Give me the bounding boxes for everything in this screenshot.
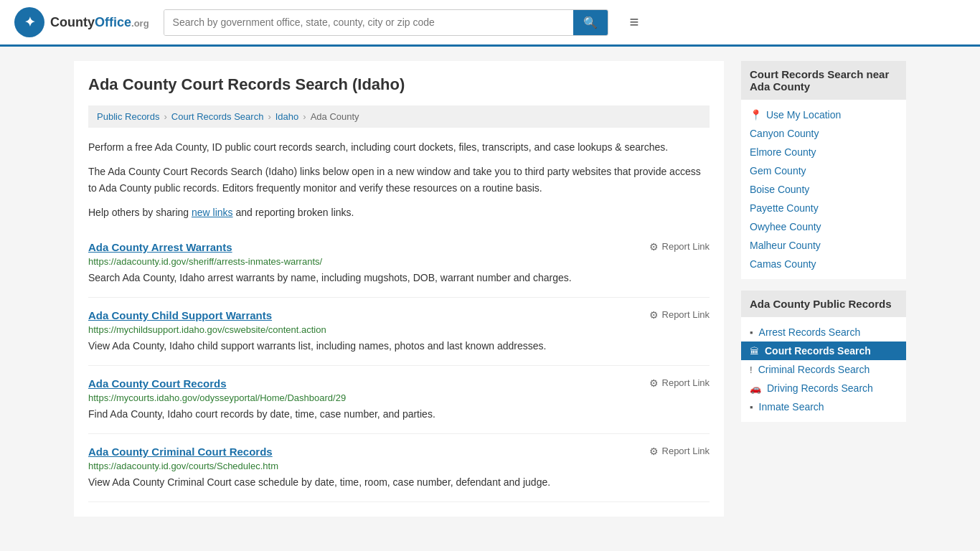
public-records-section: Ada County Public Records ▪ Arrest Recor… <box>741 291 906 422</box>
nearby-section-title: Court Records Search near Ada County <box>741 61 906 100</box>
menu-button[interactable]: ≡ <box>630 13 639 32</box>
sidebar-county-item[interactable]: Gem County <box>741 161 906 180</box>
sidebar-county-item[interactable]: Boise County <box>741 180 906 199</box>
arrest-icon: ▪ <box>750 327 753 338</box>
sidebar-county-link[interactable]: Malheur County <box>750 240 821 251</box>
breadcrumb: Public Records › Court Records Search › … <box>88 105 710 128</box>
record-title[interactable]: Ada County Criminal Court Records <box>88 446 273 458</box>
arrest-records-link[interactable]: Arrest Records Search <box>759 326 861 338</box>
logo-area: ✦ CountyOffice.org <box>14 7 149 37</box>
report-link-btn[interactable]: ⚙ Report Link <box>649 241 710 253</box>
criminal-records-link[interactable]: Criminal Records Search <box>758 364 870 375</box>
breadcrumb-idaho[interactable]: Idaho <box>275 111 299 122</box>
sidebar-county-link[interactable]: Elmore County <box>750 146 816 158</box>
breadcrumb-court-records[interactable]: Court Records Search <box>171 111 264 122</box>
new-links-link[interactable]: new links <box>192 207 233 218</box>
desc-2: The Ada County Court Records Search (Ida… <box>88 164 710 196</box>
nearby-list: 📍 Use My Location Canyon County Elmore C… <box>741 100 906 279</box>
location-icon: 📍 <box>750 109 762 121</box>
court-records-link[interactable]: Court Records Search <box>765 345 871 357</box>
search-area: 🔍 <box>164 9 608 36</box>
record-url: https://mycourts.idaho.gov/odysseyportal… <box>88 392 710 403</box>
record-url: https://adacounty.id.gov/courts/Schedule… <box>88 461 710 471</box>
breadcrumb-sep-3: › <box>303 111 306 122</box>
record-url: https://mychildsupport.idaho.gov/cswebsi… <box>88 324 710 335</box>
record-desc: Find Ada County, Idaho court records by … <box>88 407 710 422</box>
driving-records-link[interactable]: Driving Records Search <box>767 382 873 394</box>
sidebar-county-link[interactable]: Boise County <box>750 184 809 195</box>
public-records-list: ▪ Arrest Records Search 🏛 Court Records … <box>741 317 906 422</box>
sidebar-county-item[interactable]: Elmore County <box>741 143 906 161</box>
sidebar-county-item[interactable]: Payette County <box>741 199 906 217</box>
inmate-search-link[interactable]: Inmate Search <box>759 401 824 413</box>
breadcrumb-sep-2: › <box>268 111 270 122</box>
desc-1: Perform a free Ada County, ID public cou… <box>88 139 710 155</box>
report-link-btn[interactable]: ⚙ Report Link <box>649 446 710 457</box>
main-container: Ada County Court Records Search (Idaho) … <box>60 47 920 531</box>
court-icon: 🏛 <box>750 346 759 357</box>
public-records-section-title: Ada County Public Records <box>741 291 906 317</box>
records-list: Ada County Arrest Warrants ⚙ Report Link… <box>88 230 710 502</box>
header: ✦ CountyOffice.org 🔍 ≡ <box>0 0 980 47</box>
report-icon: ⚙ <box>649 241 659 253</box>
sidebar-county-item[interactable]: Camas County <box>741 255 906 273</box>
sidebar-records-item[interactable]: 🚗 Driving Records Search <box>741 379 906 397</box>
sidebar-records-item[interactable]: ▪ Arrest Records Search <box>741 323 906 342</box>
sidebar-records-item[interactable]: ! Criminal Records Search <box>741 360 906 379</box>
report-icon: ⚙ <box>649 446 659 457</box>
inmate-icon: ▪ <box>750 402 753 413</box>
record-title[interactable]: Ada County Court Records <box>88 377 227 390</box>
logo-text: CountyOffice.org <box>50 15 149 30</box>
search-button[interactable]: 🔍 <box>573 10 608 35</box>
sidebar-county-item[interactable]: Canyon County <box>741 124 906 143</box>
sidebar-county-item[interactable]: Malheur County <box>741 236 906 255</box>
driving-icon: 🚗 <box>750 383 761 394</box>
sidebar: Court Records Search near Ada County 📍 U… <box>741 61 906 517</box>
report-icon: ⚙ <box>649 377 659 389</box>
record-desc: View Ada County Criminal Court case sche… <box>88 475 710 490</box>
record-entry: Ada County Child Support Warrants ⚙ Repo… <box>88 298 710 366</box>
breadcrumb-current: Ada County <box>311 111 359 122</box>
sidebar-county-link[interactable]: Owyhee County <box>750 221 821 232</box>
record-url: https://adacounty.id.gov/sheriff/arrests… <box>88 256 710 267</box>
desc-3: Help others by sharing new links and rep… <box>88 204 710 220</box>
content-area: Ada County Court Records Search (Idaho) … <box>74 61 724 517</box>
search-icon: 🔍 <box>583 17 598 29</box>
use-my-location-link[interactable]: Use My Location <box>766 109 841 121</box>
report-link-btn[interactable]: ⚙ Report Link <box>649 309 710 321</box>
sidebar-county-link[interactable]: Canyon County <box>750 128 819 139</box>
sidebar-county-link[interactable]: Gem County <box>750 165 806 176</box>
search-input[interactable] <box>164 10 573 35</box>
sidebar-records-item-active[interactable]: 🏛 Court Records Search <box>741 342 906 360</box>
sidebar-county-link[interactable]: Payette County <box>750 202 819 214</box>
breadcrumb-public-records[interactable]: Public Records <box>97 111 159 122</box>
logo-icon: ✦ <box>14 7 44 37</box>
record-entry: Ada County Court Records ⚙ Report Link h… <box>88 366 710 434</box>
report-icon: ⚙ <box>649 309 659 321</box>
breadcrumb-sep-1: › <box>164 111 166 122</box>
record-title[interactable]: Ada County Arrest Warrants <box>88 241 232 253</box>
record-title[interactable]: Ada County Child Support Warrants <box>88 309 272 321</box>
hamburger-icon: ≡ <box>630 13 639 31</box>
criminal-icon: ! <box>750 364 753 375</box>
nearby-section: Court Records Search near Ada County 📍 U… <box>741 61 906 279</box>
use-my-location-item[interactable]: 📍 Use My Location <box>741 105 906 124</box>
sidebar-county-link[interactable]: Camas County <box>750 258 816 270</box>
sidebar-records-item[interactable]: ▪ Inmate Search <box>741 397 906 416</box>
record-desc: Search Ada County, Idaho arrest warrants… <box>88 270 710 286</box>
sidebar-county-item[interactable]: Owyhee County <box>741 217 906 236</box>
page-title: Ada County Court Records Search (Idaho) <box>88 75 710 94</box>
record-entry: Ada County Arrest Warrants ⚙ Report Link… <box>88 230 710 298</box>
record-entry: Ada County Criminal Court Records ⚙ Repo… <box>88 434 710 502</box>
report-link-btn[interactable]: ⚙ Report Link <box>649 377 710 389</box>
record-desc: View Ada County, Idaho child support war… <box>88 339 710 354</box>
